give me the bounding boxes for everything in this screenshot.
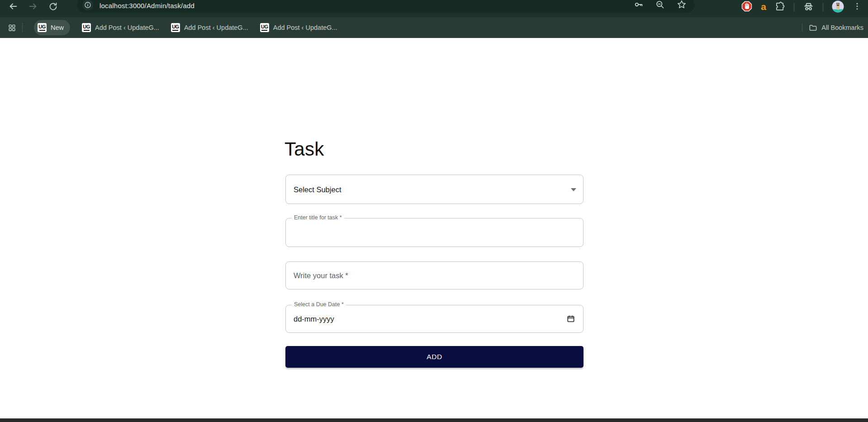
key-icon	[634, 0, 644, 9]
bookmark-item[interactable]: UG Add Post ‹ UpdateG...	[82, 23, 159, 32]
avatar-cat-image	[832, 0, 844, 13]
adblock-extension-button[interactable]	[741, 1, 752, 14]
task-text-field[interactable]: Write your task *	[285, 261, 583, 289]
toolbar-separator	[823, 3, 823, 11]
ug-favicon: UG	[38, 23, 47, 32]
apps-grid-icon	[8, 24, 16, 32]
toolbar-separator	[794, 3, 794, 11]
taskbar-edge	[0, 418, 868, 422]
bookmark-item-new[interactable]: UG New	[34, 20, 70, 35]
add-button[interactable]: ADD	[285, 346, 583, 368]
date-picker-button[interactable]	[566, 314, 576, 324]
subject-select-value: Select Subject	[294, 185, 341, 194]
site-info-button[interactable]	[82, 0, 93, 10]
bookmark-item[interactable]: UG Add Post ‹ UpdateG...	[171, 23, 248, 32]
stop-hand-icon	[741, 1, 752, 12]
due-date-value: dd-mm-yyyy	[294, 315, 334, 323]
address-bar[interactable]: localhost:3000/Admin/task/add	[77, 0, 695, 13]
ug-favicon: UG	[82, 23, 91, 32]
forward-arrow-icon	[28, 1, 38, 11]
bookmarks-bar: UG New UG Add Post ‹ UpdateG... UG Add P…	[0, 17, 868, 38]
bookmarks-separator	[22, 23, 23, 32]
reload-button[interactable]	[47, 0, 59, 12]
browser-menu-button[interactable]	[853, 2, 862, 13]
reload-icon	[48, 2, 58, 11]
subject-select[interactable]: Select Subject	[285, 175, 583, 204]
chevron-down-icon	[571, 188, 576, 191]
incognito-icon	[803, 1, 814, 12]
zoom-out-page-button[interactable]	[655, 0, 665, 11]
due-date-field[interactable]: Select a Due Date * dd-mm-yyyy	[285, 305, 583, 333]
extensions-menu-button[interactable]	[775, 1, 785, 14]
due-date-label: Select a Due Date *	[292, 301, 346, 308]
bookmark-label: New	[51, 24, 64, 31]
password-manager-button[interactable]	[634, 0, 644, 11]
ug-favicon: UG	[260, 23, 269, 32]
task-title-field: Enter title for task *	[285, 218, 583, 247]
task-title-input[interactable]	[286, 218, 583, 247]
browsing-mode-button[interactable]	[803, 1, 814, 14]
bookmark-page-button[interactable]	[677, 0, 687, 11]
puzzle-icon	[775, 1, 785, 12]
all-bookmarks-button[interactable]: All Bookmarks	[809, 24, 863, 32]
zoom-out-icon	[655, 0, 665, 9]
bookmark-label: Add Post ‹ UpdateG...	[273, 24, 337, 31]
page-title: Task	[285, 138, 324, 160]
back-button[interactable]	[7, 0, 19, 12]
profile-avatar[interactable]	[832, 0, 844, 14]
folder-icon	[809, 24, 817, 32]
apps-shortcut-button[interactable]	[8, 24, 16, 32]
page-content: Task Select Subject Enter title for task…	[0, 38, 868, 418]
bookmark-label: Add Post ‹ UpdateG...	[95, 24, 159, 31]
ug-favicon: UG	[171, 23, 180, 32]
bookmark-item[interactable]: UG Add Post ‹ UpdateG...	[260, 23, 337, 32]
all-bookmarks-label: All Bookmarks	[821, 24, 863, 31]
url-text[interactable]: localhost:3000/Admin/task/add	[100, 1, 634, 9]
amazon-extension-button[interactable]: a	[761, 2, 766, 11]
browser-toolbar: localhost:3000/Admin/task/add a	[0, 0, 868, 17]
star-icon	[677, 0, 687, 9]
bookmarks-separator	[802, 24, 802, 32]
back-arrow-icon	[8, 1, 18, 11]
task-text-label: Write your task *	[294, 271, 348, 280]
bookmark-label: Add Post ‹ UpdateG...	[184, 24, 248, 31]
forward-button[interactable]	[27, 0, 39, 12]
kebab-menu-icon	[853, 2, 862, 11]
calendar-icon	[566, 314, 575, 323]
info-icon	[84, 1, 91, 9]
